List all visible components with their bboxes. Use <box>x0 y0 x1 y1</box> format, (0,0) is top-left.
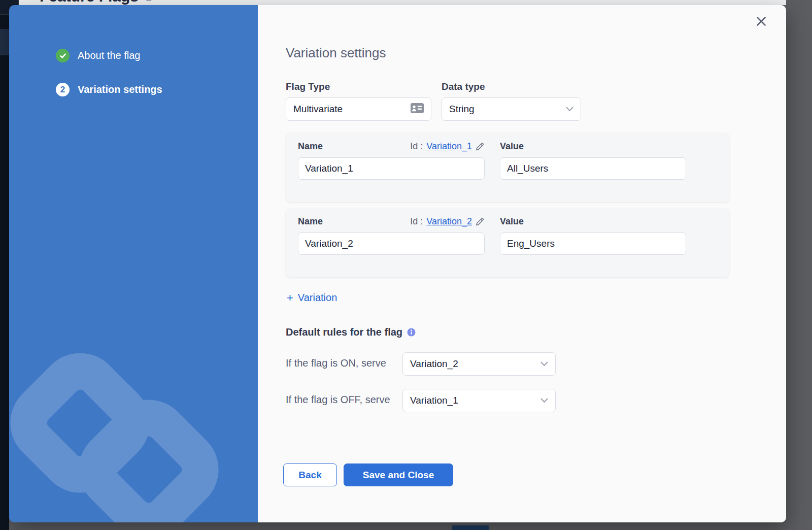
step-label: About the flag <box>78 50 140 61</box>
rule-off-select[interactable]: Variation_1 <box>402 389 556 412</box>
default-rules-heading: Default rules for the flag <box>286 326 416 338</box>
backdrop-app-sidebar <box>0 0 9 530</box>
flag-type-field: Multivariate <box>286 97 431 121</box>
default-rules-heading-text: Default rules for the flag <box>286 326 402 338</box>
edit-pencil-icon[interactable] <box>476 142 485 151</box>
variation-card-2: Name Id : Variation_2 Value <box>286 208 729 277</box>
step-complete-check-icon <box>56 49 70 62</box>
flag-type-value: Multivariate <box>293 104 343 115</box>
rule-on-label: If the flag is ON, serve <box>286 356 405 370</box>
page-title-text: Feature Flags <box>40 0 139 5</box>
variation-card-1: Name Id : Variation_1 Value <box>286 133 729 202</box>
value-label: Value <box>500 141 524 152</box>
data-type-label: Data type <box>442 81 485 92</box>
variation-id-group: Id : Variation_1 <box>410 141 485 152</box>
step-number-badge: 2 <box>56 83 70 96</box>
rule-on-value: Variation_2 <box>410 358 458 370</box>
stepper-panel: About the flag 2 Variation settings <box>9 5 258 522</box>
variation-id-link[interactable]: Variation_2 <box>426 216 472 227</box>
variation-value-input[interactable] <box>500 157 686 180</box>
variation-id-link[interactable]: Variation_1 <box>426 141 472 152</box>
form-panel: Variation settings Flag Type Data type M… <box>258 5 786 522</box>
multivariate-card-icon <box>411 103 424 116</box>
info-icon[interactable] <box>407 328 416 337</box>
add-variation-label: Variation <box>298 292 337 304</box>
step-label: Variation settings <box>78 84 162 95</box>
chevron-down-icon <box>540 398 548 403</box>
value-label: Value <box>500 216 524 227</box>
step-variation-settings[interactable]: 2 Variation settings <box>56 83 162 96</box>
info-icon <box>144 0 154 5</box>
backdrop-topbar: Feature Flags <box>19 0 786 5</box>
id-prefix-label: Id : <box>410 141 423 152</box>
data-type-select[interactable]: String <box>442 97 581 121</box>
name-label: Name <box>298 141 323 152</box>
step-about-the-flag[interactable]: About the flag <box>56 49 140 62</box>
backdrop-sidebar-active-item <box>0 29 9 55</box>
flag-type-label: Flag Type <box>286 81 330 92</box>
edit-pencil-icon[interactable] <box>476 217 485 226</box>
chevron-down-icon <box>566 107 573 112</box>
data-type-value: String <box>449 104 475 115</box>
variation-name-input[interactable] <box>298 233 485 255</box>
name-label: Name <box>298 216 323 227</box>
brand-watermark <box>9 299 258 522</box>
panel-title: Variation settings <box>286 45 386 61</box>
variation-settings-modal: About the flag 2 Variation settings Vari… <box>9 5 786 522</box>
rule-on-select[interactable]: Variation_2 <box>402 352 556 376</box>
backdrop-hidden-button <box>452 525 489 530</box>
rule-off-label: If the flag is OFF, serve <box>286 393 405 407</box>
id-prefix-label: Id : <box>410 216 423 227</box>
variation-id-group: Id : Variation_2 <box>410 216 485 227</box>
add-variation-button[interactable]: + Variation <box>287 292 337 304</box>
back-button[interactable]: Back <box>283 463 337 486</box>
page-title: Feature Flags <box>40 0 154 5</box>
variation-value-input[interactable] <box>500 233 686 255</box>
plus-icon: + <box>287 293 293 303</box>
chevron-down-icon <box>540 361 548 367</box>
save-and-close-button[interactable]: Save and Close <box>344 463 453 486</box>
rule-off-value: Variation_1 <box>410 395 458 406</box>
variation-name-input[interactable] <box>298 157 485 180</box>
close-icon[interactable] <box>755 15 767 27</box>
